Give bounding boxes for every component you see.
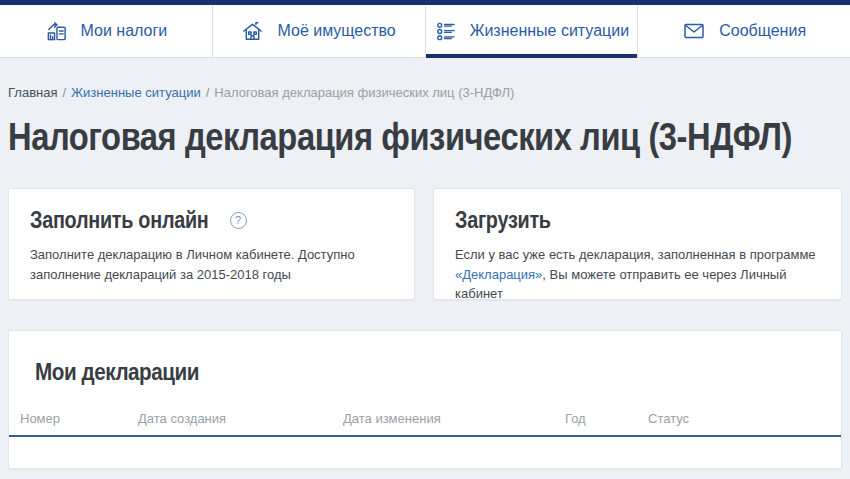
fill-online-card-title: Заполнить онлайн bbox=[30, 207, 209, 234]
fill-online-card[interactable]: Заполнить онлайн ? Заполните декларацию … bbox=[8, 188, 415, 300]
column-header-number: Номер bbox=[20, 411, 138, 426]
declaration-program-link[interactable]: «Декларация» bbox=[455, 267, 542, 282]
upload-card-description: Если у вас уже есть декларация, заполнен… bbox=[455, 245, 820, 304]
taxes-icon bbox=[45, 20, 68, 43]
tab-my-property-label: Моё имущество bbox=[277, 22, 395, 40]
breadcrumb-home-link[interactable]: Главная bbox=[8, 85, 57, 100]
column-header-date-created: Дата создания bbox=[138, 411, 343, 426]
main-tab-bar: Мои налоги Моё имущество Жизненные ситуа bbox=[0, 5, 850, 58]
breadcrumb: Главная/Жизненные ситуации/Налоговая дек… bbox=[8, 85, 842, 101]
my-declarations-section: Мои декларации Номер Дата создания Дата … bbox=[8, 330, 842, 469]
declarations-empty-area bbox=[9, 437, 841, 469]
declarations-table-header: Номер Дата создания Дата изменения Год С… bbox=[9, 411, 841, 437]
upload-card-title: Загрузить bbox=[455, 207, 551, 234]
breadcrumb-life-situations-link[interactable]: Жизненные ситуации bbox=[71, 85, 201, 100]
upload-card[interactable]: Загрузить Если у вас уже есть декларация… bbox=[433, 188, 842, 300]
tab-my-taxes-label: Мои налоги bbox=[81, 22, 168, 40]
breadcrumb-separator: / bbox=[206, 85, 210, 100]
messages-icon bbox=[682, 19, 706, 43]
breadcrumb-current-page: Налоговая декларация физических лиц (3-Н… bbox=[214, 85, 514, 100]
tab-life-situations[interactable]: Жизненные ситуации bbox=[425, 5, 638, 57]
tab-messages[interactable]: Сообщения bbox=[637, 5, 850, 57]
action-cards-row: Заполнить онлайн ? Заполните декларацию … bbox=[8, 188, 842, 300]
tab-life-situations-label: Жизненные ситуации bbox=[470, 22, 630, 40]
property-icon bbox=[241, 20, 264, 43]
life-situations-icon bbox=[434, 20, 457, 43]
breadcrumb-separator: / bbox=[62, 85, 66, 100]
fill-online-card-description: Заполните декларацию в Личном кабинете. … bbox=[30, 245, 393, 284]
page-title: Налоговая декларация физических лиц (3-Н… bbox=[8, 114, 842, 162]
my-declarations-title: Мои декларации bbox=[9, 331, 841, 387]
column-header-year: Год bbox=[565, 411, 648, 426]
page-content: Главная/Жизненные ситуации/Налоговая дек… bbox=[0, 85, 850, 469]
tab-messages-label: Сообщения bbox=[719, 22, 806, 40]
tab-my-property[interactable]: Моё имущество bbox=[212, 5, 425, 57]
active-tab-underline bbox=[426, 54, 638, 58]
column-header-status: Статус bbox=[648, 411, 841, 426]
tab-my-taxes[interactable]: Мои налоги bbox=[0, 5, 212, 57]
help-icon[interactable]: ? bbox=[230, 212, 247, 229]
column-header-date-modified: Дата изменения bbox=[343, 411, 565, 426]
